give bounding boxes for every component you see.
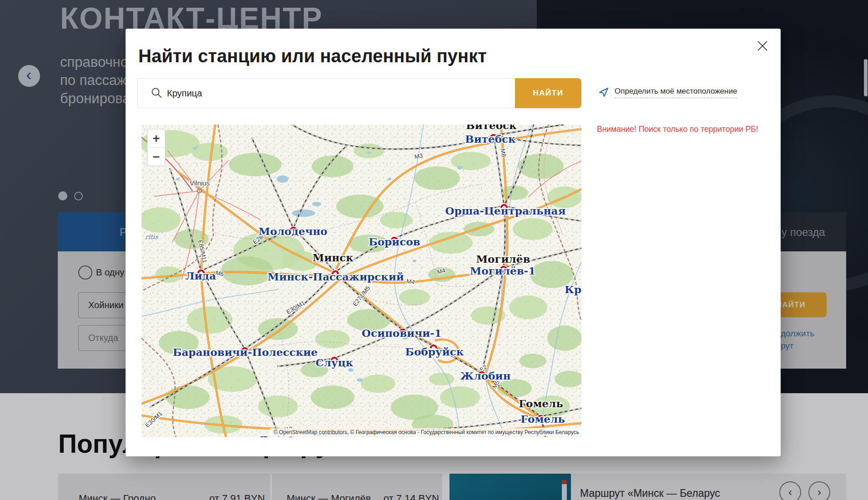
station-label[interactable]: Орша-Центральная — [445, 205, 566, 217]
city-label: Витебск — [466, 125, 517, 131]
road-label: M4 — [406, 278, 415, 285]
zoom-in-button[interactable]: + — [153, 132, 160, 145]
station-label[interactable]: Могилёв-1 — [470, 265, 535, 277]
locate-me-label: Определить моё местоположение — [615, 87, 737, 98]
station-label[interactable]: Минск-Пассажирский — [267, 270, 404, 283]
find-button[interactable]: НАЙТИ — [515, 78, 581, 108]
city-label: Могилёв — [476, 253, 530, 265]
station-label[interactable]: Осиповичи-1 — [362, 327, 442, 339]
map[interactable]: ВитебскМинскМогилёвГомельVilniusM3M8E28/… — [141, 125, 581, 437]
zoom-control: + − — [147, 129, 165, 166]
zoom-out-button[interactable]: − — [153, 150, 160, 164]
station-label[interactable]: Гомель — [520, 413, 565, 425]
station-label[interactable]: Витебск — [465, 133, 516, 145]
station-label[interactable]: Молодечно — [258, 225, 327, 237]
location-arrow-icon — [598, 87, 609, 98]
station-label[interactable]: Кричев — [565, 283, 581, 295]
station-label[interactable]: Борисов — [368, 235, 420, 248]
road-label: M3 — [414, 152, 423, 160]
scrollbar-thumb[interactable] — [864, 59, 868, 96]
page: КОНТАКТ-ЦЕНТР справочно по пассаж бронир… — [0, 0, 868, 500]
find-station-modal: Найти станцию или населенный пункт НАЙТИ… — [126, 29, 781, 456]
road-label: M8 — [499, 148, 507, 157]
search-input[interactable] — [137, 78, 515, 108]
modal-title: Найти станцию или населенный пункт — [138, 46, 487, 66]
station-label[interactable]: Бобруйск — [405, 345, 464, 358]
city-label: Гомель — [519, 397, 563, 410]
territory-warning: Внимание! Поиск только по территории РБ! — [597, 122, 766, 136]
close-icon — [755, 39, 770, 53]
station-label[interactable]: Барановичи-Полесские — [173, 346, 318, 358]
city-label: Минск — [313, 251, 353, 264]
locate-me-link[interactable]: Определить моё местоположение — [598, 87, 737, 98]
map-canvas[interactable]: ВитебскМинскМогилёвГомельVilniusM3M8E28/… — [141, 125, 581, 437]
map-attribution[interactable]: © OpenStreetMap contributors, © Географи… — [273, 429, 579, 435]
station-label[interactable]: Жлобин — [460, 370, 511, 382]
station-label[interactable]: Слуцк — [316, 356, 353, 369]
station-label[interactable]: Лида — [185, 270, 216, 282]
close-button[interactable] — [755, 39, 770, 53]
river-name-fragment: ritis — [145, 233, 158, 240]
city-label: Vilnius — [190, 179, 210, 187]
